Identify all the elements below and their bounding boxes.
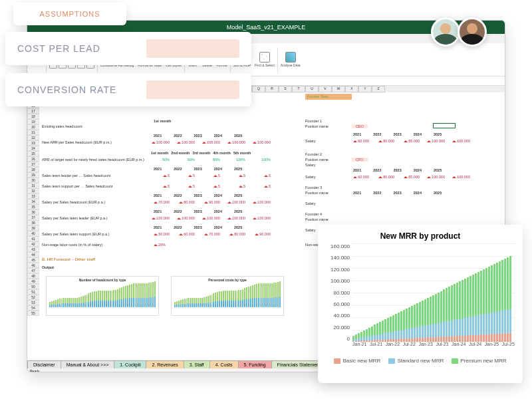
- card-conversion-rate: CONVERSION RATE: [5, 73, 251, 106]
- sheet-tab-5[interactable]: 4. Costs: [209, 360, 239, 368]
- find[interactable]: Find & Select: [253, 52, 276, 67]
- col-U[interactable]: U: [305, 86, 319, 92]
- founder-years: 20212022202320242025: [353, 132, 442, 136]
- row-nonwage: Non-wage labor costs (in % of salary): [42, 243, 102, 247]
- chart-bars: [352, 243, 515, 342]
- chart-plot: 160.000140.000120.000100.00080.00060.000…: [326, 243, 515, 354]
- row-founder3: Founder 3: [305, 186, 322, 190]
- label-conversion: CONVERSION RATE: [17, 84, 116, 95]
- row-salary-leader: Salary per Sales team leader (EUR p.a.): [42, 216, 107, 220]
- chart-yaxis: 160.000140.000120.000100.00080.00060.000…: [326, 243, 352, 342]
- active-cell[interactable]: [433, 123, 456, 128]
- year-headers: 20212022202320242025: [154, 134, 242, 138]
- vals-salary-leader: 100.000100.000100.000100.000100.000: [151, 216, 271, 220]
- label-assumptions: ASSUMPTIONS: [39, 10, 100, 18]
- vals-team-leader: 55555: [151, 174, 271, 178]
- founder-years-2: 20212022202320242025: [353, 168, 442, 172]
- sheet-tab-3[interactable]: 2. Revenues: [146, 360, 184, 368]
- row-team-support: Sales team support per … Sales headcount: [42, 184, 112, 188]
- label-cpl: COST PER LEAD: [17, 43, 100, 54]
- vals-f1-salary: 60.00080.00085.000100.000100.000: [350, 139, 470, 143]
- val-cfo: CFO: [352, 158, 368, 162]
- cpl-swatch: [146, 39, 239, 58]
- year-headers-2: 20212022202320242025: [154, 167, 242, 171]
- col-W[interactable]: W: [332, 86, 345, 92]
- vals-salary-support: 50.00060.00070.00080.00090.000: [151, 232, 271, 236]
- val-nonwage: 20%: [154, 243, 166, 247]
- section-hr-forecast: B. HR Forecast – Other staff: [42, 257, 95, 261]
- vals-salary-sales: 70.00080.00090.000100.000100.000: [151, 200, 271, 204]
- sheet-tab-6[interactable]: 5. Funding: [238, 360, 272, 368]
- row-f2-salary2: Salary: [305, 175, 316, 179]
- chart-new-mrr: New MRR by product 160.000140.000120.000…: [318, 225, 523, 383]
- row-f3-position: Position name: [305, 191, 329, 195]
- row-f2-position: Position name: [305, 158, 329, 162]
- sheet-tab-0[interactable]: Disclaimer: [27, 360, 61, 368]
- legend-basic: Basic new MRR: [334, 358, 380, 364]
- card-assumptions: ASSUMPTIONS: [13, 3, 126, 25]
- hdr-first-month: 1st month: [154, 119, 171, 123]
- analyse-icon: [285, 52, 296, 63]
- chart-title: New MRR by product: [326, 231, 515, 241]
- sheet-tab-2[interactable]: 1. Cockpit: [114, 360, 146, 368]
- mini-chart-costs: Personnel costs by type: [171, 276, 284, 316]
- col-X[interactable]: X: [345, 86, 358, 92]
- row-founder1: Founder 1: [305, 119, 322, 123]
- year-headers-4: 20212022202320242025: [154, 209, 242, 213]
- window-title: Model_SaaS_v21_EXAMPLE: [227, 24, 306, 31]
- sheet-tab-4[interactable]: 3. Staff: [184, 360, 210, 368]
- year-headers-5: 20212022202320242025: [154, 225, 242, 229]
- vals-team-support: 55555: [151, 184, 271, 188]
- row-f3-salary: Salary: [305, 201, 316, 205]
- row-f2-salary: Salary: [305, 163, 316, 167]
- val-ceo: CEO: [352, 124, 368, 128]
- row-f1-position: Position name: [305, 124, 329, 128]
- year-headers-3: 20212022202320242025: [154, 194, 242, 198]
- chart-xaxis: Jan-21Jul-21Jan-22Jul-22Jan-23Jul-23Jan-…: [352, 342, 515, 354]
- col-Y[interactable]: Y: [358, 86, 372, 92]
- row-salary-support: Salary per Sales team support (EUR p.a.): [42, 232, 110, 236]
- row-nums: 1415161718192021222324252627282930313233…: [27, 92, 39, 316]
- month-headers: 1st month2nd month3rd month4th month5th …: [151, 151, 251, 155]
- avatar-2: [458, 17, 487, 47]
- vals-newarr: 100.000100.000100.000100.000100.000: [151, 140, 271, 144]
- vals-f2-salary: 60.00080.00085.000100.000100.000: [350, 175, 470, 179]
- row-f1-salary: Salary: [305, 139, 316, 143]
- col-T[interactable]: T: [292, 86, 305, 92]
- label-output: Output: [42, 265, 54, 269]
- sheet-tab-1[interactable]: Manual & About >>>: [61, 360, 115, 368]
- col-R[interactable]: R: [265, 86, 279, 92]
- row-arr-target: ARR of target read for newly hired sales…: [42, 158, 144, 162]
- row-f4-salary: Salary: [305, 228, 316, 232]
- row-f4-position: Position name: [305, 217, 329, 221]
- legend-standard: Standard new MRR: [388, 358, 444, 364]
- banner-founder-team: Founder Team: [305, 94, 352, 100]
- chart-legend: Basic new MRR Standard new MRR Premium n…: [326, 358, 515, 364]
- row-founder2: Founder 2: [305, 152, 322, 156]
- col-V[interactable]: V: [319, 86, 332, 92]
- row-existing-sales: Existing sales headcount: [42, 124, 82, 128]
- row-salary-sales: Salary per Sales headcount (EUR p.a.): [42, 200, 105, 204]
- find-icon: [259, 52, 270, 63]
- col-S[interactable]: S: [279, 86, 292, 92]
- vals-arr-target: 50%60%80%100%100%: [151, 158, 271, 162]
- row-team-leader: Sales team leader per … Sales headcount: [42, 174, 110, 178]
- analyse[interactable]: Analyse Data: [279, 52, 302, 67]
- founder-years-3: 20212022202320242025: [353, 191, 442, 195]
- mini-chart-headcount: Number of headcount by type: [46, 276, 159, 316]
- legend-premium: Premium new MRR: [452, 358, 506, 364]
- col-Z[interactable]: Z: [372, 86, 385, 92]
- card-cost-per-lead: COST PER LEAD: [5, 32, 251, 65]
- col-Q[interactable]: Q: [252, 86, 265, 92]
- conversion-swatch: [146, 80, 239, 99]
- avatar-1: [431, 17, 460, 47]
- row-newarr: New ARR per Sales headcount (EUR p.m.): [42, 140, 112, 144]
- row-founder4: Founder 4: [305, 212, 322, 216]
